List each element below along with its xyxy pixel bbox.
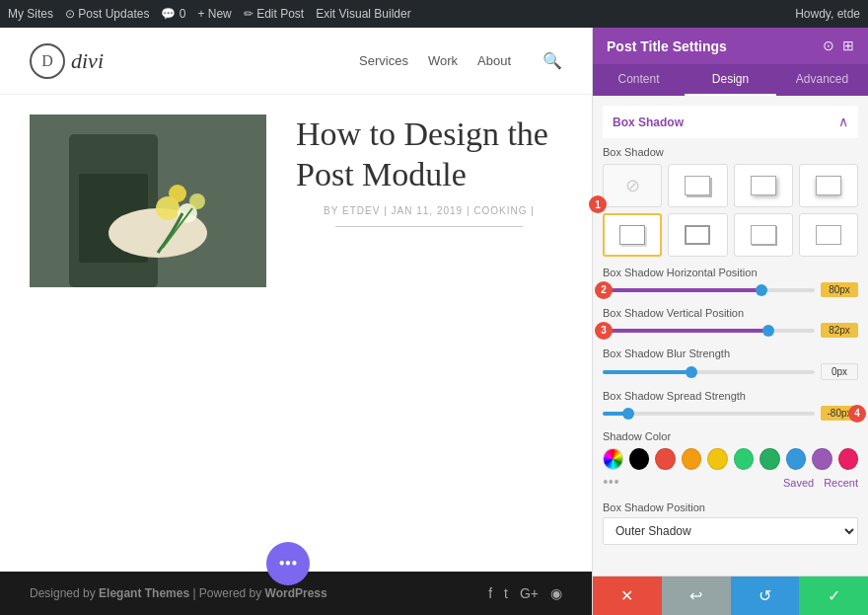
nav-about[interactable]: About (477, 53, 511, 68)
undo-button[interactable]: ↩ (662, 577, 731, 615)
v-position-thumb[interactable] (762, 325, 774, 337)
post-meta: BY ETDEV | JAN 11, 2019 | COOKING | (296, 205, 562, 216)
nav-services[interactable]: Services (359, 53, 408, 68)
nav-work[interactable]: Work (428, 53, 458, 68)
blur-fill (603, 370, 691, 374)
right-panel: Post Title Settings ⊙ ⊞ Content Design A… (592, 28, 868, 615)
shadow-box-7 (816, 225, 841, 245)
panel-header-icons: ⊙ ⊞ (823, 38, 854, 54)
h-position-label: Box Shadow Horizontal Position (603, 267, 858, 278)
logo-name: divi (71, 48, 104, 74)
color-swatch-pink[interactable] (838, 448, 859, 470)
float-button[interactable]: ••• (266, 542, 310, 585)
panel-title: Post Title Settings (607, 38, 727, 54)
shadow-option-none[interactable]: ⊘ (603, 164, 662, 207)
footer-social: f t G+ ◉ (488, 585, 562, 601)
shadow-box-4 (619, 225, 645, 245)
post-image-svg (30, 115, 266, 287)
facebook-icon[interactable]: f (488, 585, 492, 601)
v-position-label: Box Shadow Vertical Position (603, 307, 858, 319)
settings-icon[interactable]: ⊙ (823, 38, 834, 54)
site-nav: D divi Services Work About 🔍 (0, 28, 592, 95)
exit-visual-builder-link[interactable]: Exit Visual Builder (316, 7, 411, 21)
blur-track[interactable] (603, 370, 815, 374)
post-updates: ⊙ Post Updates (65, 7, 149, 21)
h-position-track[interactable] (603, 288, 815, 292)
my-sites-link[interactable]: My Sites (8, 7, 53, 21)
blur-control: 0px (603, 363, 858, 380)
save-icon: ✓ (828, 586, 840, 605)
shadow-options-grid: ⊘ (603, 164, 858, 257)
color-swatch-black[interactable] (629, 448, 650, 470)
content-area: How to Design the Post Module BY ETDEV |… (0, 95, 592, 572)
shadow-box-5 (685, 225, 710, 245)
v-position-row: Box Shadow Vertical Position 3 82px (603, 307, 858, 338)
color-swatch-purple[interactable] (812, 448, 832, 470)
edit-post-link[interactable]: ✏ Edit Post (244, 7, 304, 21)
shadow-box-6 (751, 225, 776, 245)
cancel-button[interactable]: ✕ (593, 577, 662, 615)
google-plus-icon[interactable]: G+ (520, 585, 539, 601)
position-select[interactable]: Outer Shadow Inner Shadow (603, 517, 858, 545)
spread-label: Box Shadow Spread Strength (603, 390, 858, 402)
chevron-up-icon[interactable]: ∧ (838, 114, 848, 130)
logo-circle: D (30, 43, 65, 79)
blur-value[interactable]: 0px (821, 363, 858, 380)
color-wheel[interactable] (603, 448, 623, 470)
post-image (30, 115, 266, 287)
tab-content[interactable]: Content (593, 64, 685, 96)
tab-design[interactable]: Design (685, 64, 776, 96)
shadow-option-3[interactable] (799, 164, 858, 207)
shadow-option-4[interactable] (603, 213, 662, 257)
shadow-box-1 (685, 176, 710, 195)
v-position-track[interactable] (603, 329, 815, 333)
spread-track[interactable] (603, 412, 815, 416)
shadow-option-5[interactable] (668, 213, 727, 257)
position-row: Box Shadow Position Outer Shadow Inner S… (603, 501, 858, 545)
howdy-text: Howdy, etde (795, 7, 860, 21)
svg-point-7 (189, 193, 205, 209)
blur-thumb[interactable] (686, 366, 697, 378)
twitter-icon[interactable]: t (504, 585, 508, 601)
color-swatch-blue[interactable] (786, 448, 807, 470)
spread-thumb[interactable] (622, 408, 634, 420)
box-shadow-section-header: Box Shadow ∧ (603, 106, 858, 138)
shadow-option-1[interactable] (668, 164, 727, 207)
color-swatch-green[interactable] (734, 448, 755, 470)
badge-1: 1 (589, 195, 607, 213)
color-label: Shadow Color (603, 430, 858, 442)
shadow-box-3 (816, 176, 841, 195)
float-dots-icon: ••• (279, 554, 298, 575)
h-position-row: Box Shadow Horizontal Position 2 80px (603, 267, 858, 297)
color-swatch-red[interactable] (655, 448, 676, 470)
shadow-option-6[interactable] (734, 213, 793, 257)
h-position-control: 2 80px (603, 282, 858, 297)
shadow-option-7[interactable] (799, 213, 858, 257)
shadow-option-2[interactable] (734, 164, 793, 207)
save-button[interactable]: ✓ (799, 577, 868, 615)
saved-label[interactable]: Saved (783, 477, 814, 489)
color-swatch-yellow[interactable] (707, 448, 728, 470)
color-swatch-orange[interactable] (682, 448, 702, 470)
color-swatches (603, 448, 858, 470)
new-link[interactable]: + New (197, 7, 231, 21)
box-shadow-section-title: Box Shadow (613, 115, 684, 129)
v-position-value[interactable]: 82px (821, 323, 858, 338)
h-position-value[interactable]: 80px (821, 282, 858, 297)
recent-label[interactable]: Recent (824, 477, 858, 489)
tab-advanced[interactable]: Advanced (776, 64, 868, 96)
search-icon[interactable]: 🔍 (542, 51, 562, 70)
cancel-icon: ✕ (620, 586, 633, 605)
color-swatch-dark-green[interactable] (760, 448, 780, 470)
footer-credits: Designed by Elegant Themes | Powered by … (30, 586, 327, 600)
rss-icon[interactable]: ◉ (550, 585, 562, 601)
redo-button[interactable]: ↺ (731, 577, 800, 615)
v-position-control: 3 82px (603, 323, 858, 338)
more-colors-icon[interactable]: ••• (603, 474, 619, 492)
post-divider (335, 226, 523, 227)
grid-icon[interactable]: ⊞ (842, 38, 854, 54)
spread-row: Box Shadow Spread Strength 4 -80px (603, 390, 858, 421)
post-container: How to Design the Post Module BY ETDEV |… (0, 95, 592, 307)
h-position-thumb[interactable] (756, 284, 767, 296)
color-actions: Saved Recent (783, 477, 858, 489)
